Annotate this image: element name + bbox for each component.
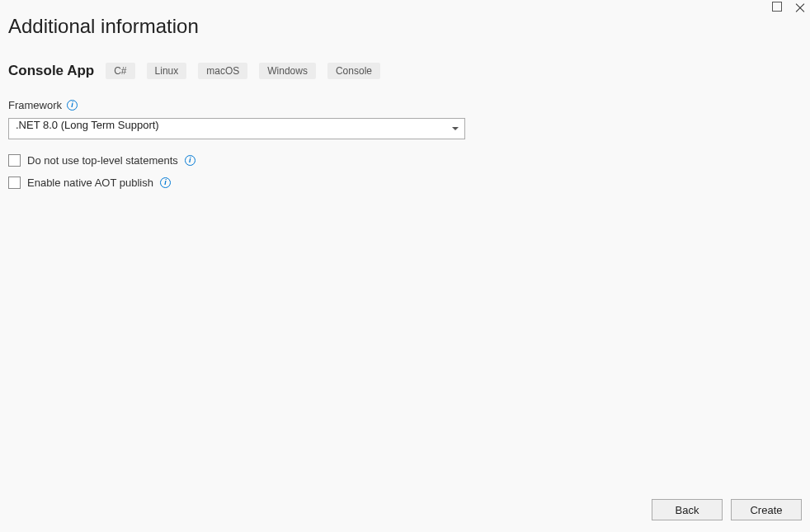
subtitle-row: Console App C# Linux macOS Windows Conso… [8,63,802,79]
checkbox-no-top-level-label: Do not use top-level statements [27,154,178,167]
tag-console: Console [327,63,380,79]
checkbox-native-aot[interactable] [8,177,21,189]
info-icon[interactable] [185,155,195,166]
framework-label: Framework [8,99,62,111]
footer: Back Create [652,499,802,520]
main-content: Additional information Console App C# Li… [0,0,810,532]
restore-icon[interactable] [772,2,782,12]
tag-csharp: C# [106,63,134,79]
page-title: Additional information [8,15,802,38]
checkbox-native-aot-label: Enable native AOT publish [27,177,153,189]
tag-linux: Linux [147,63,187,79]
info-icon[interactable] [160,177,171,188]
framework-select-wrapper: .NET 8.0 (Long Term Support) [8,118,465,139]
close-icon[interactable] [797,2,807,12]
back-button[interactable]: Back [652,499,723,520]
create-button[interactable]: Create [731,499,802,520]
info-icon[interactable] [67,100,78,111]
checkbox-no-top-level[interactable] [8,154,21,167]
tag-macos: macOS [198,63,247,79]
project-type-label: Console App [8,63,94,79]
framework-label-row: Framework [8,99,802,111]
checkbox-row-native-aot: Enable native AOT publish [8,177,802,189]
framework-selected-value: .NET 8.0 (Long Term Support) [16,119,159,131]
checkbox-row-top-level: Do not use top-level statements [8,154,802,167]
framework-select[interactable]: .NET 8.0 (Long Term Support) [8,118,465,139]
tag-windows: Windows [259,63,316,79]
